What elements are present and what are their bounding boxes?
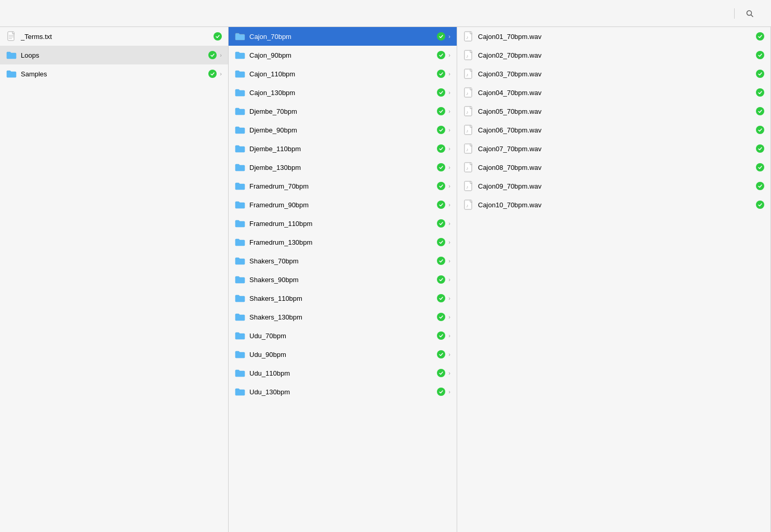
- item-badge: [756, 163, 764, 171]
- svg-rect-13: [235, 128, 245, 134]
- item-name: Cajon_70bpm: [249, 33, 433, 41]
- item-icon: [235, 106, 245, 116]
- list-item[interactable]: Djembe_110bpm ›: [229, 139, 457, 158]
- list-item[interactable]: Udu_130bpm ›: [229, 382, 457, 401]
- chevron-right-icon: ›: [448, 89, 450, 96]
- list-item[interactable]: Udu_70bpm ›: [229, 326, 457, 345]
- item-icon: [235, 312, 245, 322]
- list-item[interactable]: Djembe_90bpm ›: [229, 121, 457, 139]
- list-item[interactable]: ♪ Cajon08_70bpm.wav: [457, 158, 770, 177]
- item-name: Djembe_110bpm: [249, 145, 433, 153]
- list-item[interactable]: Shakers_130bpm ›: [229, 308, 457, 326]
- item-name: Shakers_130bpm: [249, 313, 433, 321]
- list-item[interactable]: Shakers_90bpm ›: [229, 270, 457, 289]
- check-badge: [208, 51, 217, 59]
- item-icon: [6, 31, 17, 42]
- item-icon: [235, 368, 245, 378]
- list-item[interactable]: Cajon_110bpm ›: [229, 64, 457, 83]
- svg-rect-26: [235, 371, 245, 377]
- item-name: Udu_110bpm: [249, 369, 433, 377]
- check-badge: [437, 313, 445, 321]
- list-item[interactable]: ♪ Cajon06_70bpm.wav: [457, 121, 770, 139]
- list-item[interactable]: Cajon_90bpm ›: [229, 46, 457, 64]
- list-item[interactable]: Framedrum_90bpm ›: [229, 195, 457, 214]
- item-name: Djembe_90bpm: [249, 126, 433, 134]
- svg-rect-12: [235, 110, 245, 115]
- chevron-right-icon: ›: [448, 52, 450, 58]
- list-item[interactable]: Framedrum_70bpm ›: [229, 177, 457, 195]
- list-item[interactable]: Shakers_70bpm ›: [229, 251, 457, 270]
- item-name: Cajon_90bpm: [249, 51, 433, 59]
- action-button[interactable]: [717, 10, 728, 17]
- list-item[interactable]: Cajon_70bpm ›: [229, 27, 457, 46]
- item-icon: [235, 293, 245, 303]
- search-button[interactable]: [741, 7, 761, 20]
- chevron-right-icon: ›: [448, 370, 450, 376]
- list-item[interactable]: ♪ Cajon10_70bpm.wav: [457, 195, 770, 214]
- check-badge: [214, 32, 222, 41]
- list-item[interactable]: Udu_110bpm ›: [229, 364, 457, 382]
- list-item[interactable]: ♪ Cajon02_70bpm.wav: [457, 46, 770, 64]
- right-column: ♪ Cajon01_70bpm.wav ♪ Cajon02_70bpm.wav …: [457, 27, 771, 532]
- item-name: Cajon08_70bpm.wav: [478, 164, 752, 171]
- item-icon: [235, 330, 245, 341]
- item-badge: ›: [437, 144, 450, 153]
- item-icon: [235, 143, 245, 154]
- item-badge: [756, 51, 764, 59]
- item-name: Udu_70bpm: [249, 332, 433, 340]
- chevron-right-icon: ›: [448, 389, 450, 395]
- item-icon: [235, 50, 245, 60]
- list-item[interactable]: Cajon_130bpm ›: [229, 83, 457, 102]
- list-item[interactable]: Udu_90bpm ›: [229, 345, 457, 364]
- item-icon: [235, 387, 245, 397]
- item-name: Djembe_70bpm: [249, 108, 433, 115]
- check-badge: [437, 32, 445, 41]
- list-item[interactable]: Framedrum_130bpm ›: [229, 233, 457, 251]
- list-item[interactable]: Djembe_130bpm ›: [229, 158, 457, 177]
- svg-rect-14: [235, 147, 245, 152]
- groupby-button[interactable]: [674, 10, 684, 17]
- item-name: Udu_130bpm: [249, 388, 433, 396]
- addtags-button[interactable]: [703, 10, 713, 17]
- item-name: Cajon07_70bpm.wav: [478, 145, 752, 153]
- check-badge: [437, 144, 445, 153]
- list-item[interactable]: ♪ Cajon03_70bpm.wav: [457, 64, 770, 83]
- item-badge: ›: [437, 51, 450, 59]
- list-item[interactable]: _Terms.txt: [0, 27, 228, 46]
- chevron-right-icon: ›: [448, 183, 450, 189]
- item-icon: [235, 256, 245, 266]
- check-badge: [437, 369, 445, 377]
- item-name: Udu_90bpm: [249, 351, 433, 358]
- svg-rect-10: [235, 72, 245, 77]
- chevron-right-icon: ›: [220, 71, 222, 77]
- check-badge: [756, 182, 764, 190]
- list-item[interactable]: ♪ Cajon01_70bpm.wav: [457, 27, 770, 46]
- svg-text:♪: ♪: [466, 147, 469, 152]
- list-item[interactable]: ♪ Cajon07_70bpm.wav: [457, 139, 770, 158]
- list-item[interactable]: Djembe_70bpm ›: [229, 102, 457, 121]
- check-badge: [437, 257, 445, 265]
- list-item[interactable]: Samples ›: [0, 64, 228, 83]
- chevron-right-icon: ›: [448, 239, 450, 245]
- list-item[interactable]: ♪ Cajon09_70bpm.wav: [457, 177, 770, 195]
- item-badge: ›: [437, 388, 450, 396]
- item-badge: [756, 201, 764, 209]
- share-button[interactable]: [688, 10, 699, 17]
- svg-rect-20: [235, 259, 245, 264]
- item-name: Samples: [21, 70, 204, 78]
- svg-rect-15: [235, 166, 245, 171]
- list-item[interactable]: Framedrum_110bpm ›: [229, 214, 457, 233]
- item-name: Cajon10_70bpm.wav: [478, 201, 752, 209]
- view-button[interactable]: [659, 10, 670, 17]
- item-name: Cajon05_70bpm.wav: [478, 108, 752, 115]
- chevron-right-icon: ›: [220, 52, 222, 58]
- list-item[interactable]: Shakers_110bpm ›: [229, 289, 457, 308]
- list-item[interactable]: ♪ Cajon05_70bpm.wav: [457, 102, 770, 121]
- list-item[interactable]: ♪ Cajon04_70bpm.wav: [457, 83, 770, 102]
- check-badge: [756, 107, 764, 115]
- check-badge: [437, 275, 445, 284]
- svg-text:♪: ♪: [466, 110, 469, 115]
- item-badge: ›: [437, 313, 450, 321]
- list-item[interactable]: Loops ›: [0, 46, 228, 64]
- check-badge: [756, 163, 764, 171]
